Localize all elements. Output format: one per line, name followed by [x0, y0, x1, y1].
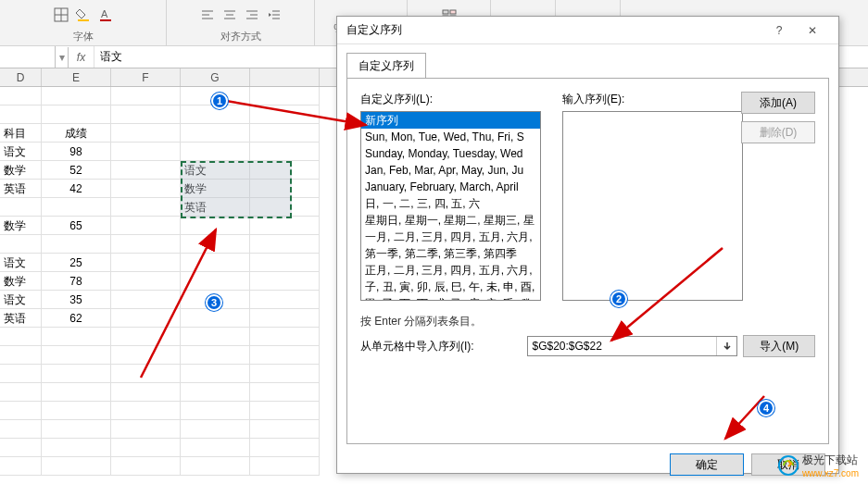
col-header-f[interactable]: F	[111, 68, 181, 86]
col-header-e[interactable]: E	[42, 68, 111, 86]
watermark: 极光下载站 www.xz7.com	[778, 453, 859, 478]
list-item[interactable]: 甲, 乙, 丙, 丁, 戊, 己, 庚, 辛, 壬, 癸	[361, 295, 540, 301]
svg-rect-3	[78, 19, 89, 21]
list-item[interactable]: 子, 丑, 寅, 卯, 辰, 巳, 午, 未, 申, 酉,	[361, 279, 540, 295]
hint-text: 按 Enter 分隔列表条目。	[360, 314, 815, 329]
callout-2: 2	[610, 291, 627, 307]
import-button[interactable]: 导入(M)	[743, 335, 815, 357]
custom-list-listbox[interactable]: 新序列 Sun, Mon, Tue, Wed, Thu, Fri, S Sund…	[360, 111, 541, 301]
import-label: 从单元格中导入序列(I):	[360, 339, 522, 354]
cell[interactable]: 语文	[0, 254, 42, 272]
watermark-text: 极光下载站	[802, 453, 859, 468]
dialog-tabs: 自定义序列	[337, 44, 838, 78]
cell[interactable]: 数学	[0, 161, 42, 180]
col-header-g[interactable]: G	[181, 68, 250, 86]
list-label: 自定义序列(L):	[360, 92, 546, 107]
cell[interactable]: 52	[42, 161, 111, 180]
cell[interactable]: 英语	[0, 180, 42, 198]
list-item[interactable]: 星期日, 星期一, 星期二, 星期三, 星	[361, 212, 540, 229]
name-box[interactable]	[0, 46, 56, 68]
namebox-dropdown-icon[interactable]: ▾	[56, 47, 69, 68]
cell[interactable]: 数学	[0, 272, 42, 291]
cell[interactable]: 62	[42, 309, 111, 328]
list-item[interactable]: 日, 一, 二, 三, 四, 五, 六	[361, 195, 540, 212]
list-item[interactable]: 新序列	[361, 112, 540, 129]
list-item[interactable]: 一月, 二月, 三月, 四月, 五月, 六月,	[361, 229, 540, 245]
list-item[interactable]: 第一季, 第二季, 第三季, 第四季	[361, 245, 540, 262]
svg-rect-19	[443, 10, 448, 14]
callout-4: 4	[758, 400, 774, 416]
cell[interactable]: 英语	[0, 309, 42, 328]
help-button[interactable]: ?	[762, 18, 796, 43]
col-header-d[interactable]: D	[0, 68, 42, 86]
cell[interactable]: 语文	[0, 291, 42, 309]
cell[interactable]: 65	[42, 217, 111, 235]
cell-score-header[interactable]: 成绩	[42, 124, 111, 143]
cell[interactable]: 25	[42, 254, 111, 272]
dialog-titlebar: 自定义序列 ? ✕	[337, 17, 838, 44]
svg-rect-20	[450, 10, 456, 14]
align-group-label: 对齐方式	[220, 30, 261, 43]
align-right-icon[interactable]	[243, 6, 261, 24]
cell[interactable]: 78	[42, 272, 111, 291]
callout-1: 1	[211, 93, 228, 109]
cell[interactable]	[42, 198, 111, 217]
close-icon: ✕	[808, 24, 817, 37]
cell[interactable]	[0, 235, 42, 254]
callout-3: 3	[206, 294, 222, 311]
dialog-title: 自定义序列	[346, 22, 762, 38]
watermark-logo-icon	[778, 455, 799, 476]
font-color-icon[interactable]: A	[96, 6, 115, 24]
entries-textarea[interactable]	[562, 111, 743, 301]
cell[interactable]	[42, 235, 111, 254]
cell[interactable]: 数学	[0, 217, 42, 235]
selection-marquee	[181, 161, 292, 218]
cell[interactable]: 语文	[0, 143, 42, 161]
font-group-label: 字体	[73, 30, 94, 43]
import-range-input-wrap	[527, 336, 737, 356]
indent-icon[interactable]	[265, 6, 283, 24]
range-picker-button[interactable]	[716, 337, 736, 355]
cell-subject-header[interactable]: 科目	[0, 124, 42, 143]
tab-custom-list[interactable]: 自定义序列	[346, 53, 426, 79]
delete-button[interactable]: 删除(D)	[741, 121, 815, 143]
cell[interactable]: 98	[42, 143, 111, 161]
cell[interactable]: 35	[42, 291, 111, 309]
add-button[interactable]: 添加(A)	[741, 92, 815, 114]
list-item[interactable]: Sun, Mon, Tue, Wed, Thu, Fri, S	[361, 129, 540, 145]
svg-rect-5	[100, 19, 111, 21]
cell[interactable]	[0, 198, 42, 217]
list-item[interactable]: 正月, 二月, 三月, 四月, 五月, 六月,	[361, 262, 540, 279]
fx-button[interactable]: fx	[69, 46, 94, 68]
ok-button[interactable]: 确定	[670, 453, 744, 476]
border-icon[interactable]	[52, 6, 70, 24]
close-button[interactable]: ✕	[796, 18, 829, 43]
list-item[interactable]: Sunday, Monday, Tuesday, Wed	[361, 145, 540, 162]
import-range-input[interactable]	[528, 340, 716, 353]
align-left-icon[interactable]	[198, 6, 217, 24]
dialog-footer: 确定 取消	[337, 453, 838, 484]
watermark-url: www.xz7.com	[802, 468, 859, 478]
list-item[interactable]: January, February, March, April	[361, 179, 540, 195]
cell[interactable]: 42	[42, 180, 111, 198]
range-picker-icon	[722, 341, 733, 352]
help-icon: ?	[776, 24, 783, 37]
align-center-icon[interactable]	[220, 6, 239, 24]
list-item[interactable]: Jan, Feb, Mar, Apr, May, Jun, Ju	[361, 162, 540, 179]
svg-text:A: A	[101, 8, 108, 19]
dialog-body: 自定义序列(L): 新序列 Sun, Mon, Tue, Wed, Thu, F…	[346, 78, 829, 444]
col-header-blank[interactable]	[250, 68, 320, 86]
fill-color-icon[interactable]	[74, 6, 93, 24]
